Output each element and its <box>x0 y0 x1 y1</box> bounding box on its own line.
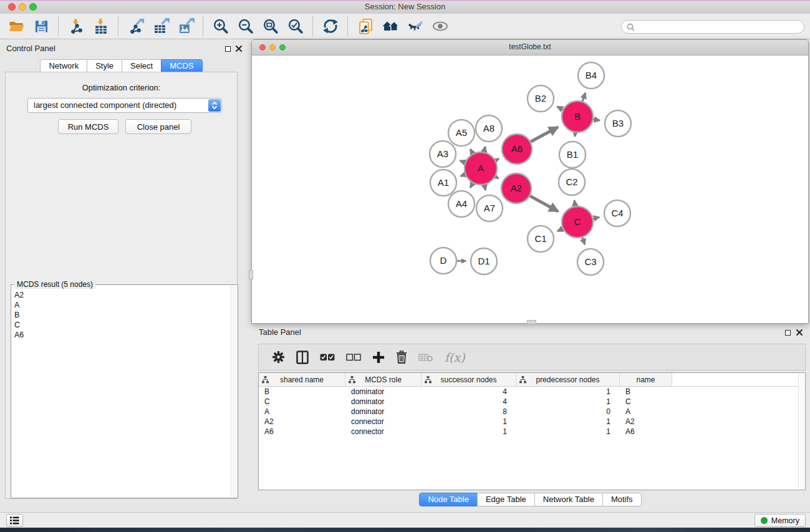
split-handle-left[interactable] <box>249 270 253 279</box>
graph-edge-B-B4[interactable] <box>582 93 585 101</box>
graph-edge-A-A5[interactable] <box>470 149 473 153</box>
home-icon[interactable] <box>381 17 400 36</box>
graph-edge-A-A1[interactable] <box>461 175 465 177</box>
search-icon <box>627 23 635 31</box>
task-history-button[interactable] <box>6 514 23 527</box>
table-row[interactable]: A6connector11A6 <box>259 427 805 437</box>
import-table-icon[interactable] <box>92 17 110 36</box>
graph-edge-A-A2[interactable] <box>496 177 499 178</box>
tab-edge-table[interactable]: Edge Table <box>477 493 535 506</box>
function-builder-icon[interactable]: f(x) <box>445 349 465 365</box>
list-item[interactable]: A <box>11 300 231 310</box>
graph-edge-A-A7[interactable] <box>485 185 486 190</box>
open-file-icon[interactable] <box>7 17 26 36</box>
table-panel-close-icon[interactable] <box>796 329 803 336</box>
tab-style[interactable]: Style <box>87 59 122 73</box>
graph-edge-B-B2[interactable] <box>557 107 562 110</box>
graph-node-label: A4 <box>456 198 467 209</box>
table-panel-title: Table Panel <box>259 327 301 337</box>
zoom-selected-icon[interactable] <box>286 17 305 36</box>
close-panel-button[interactable]: Close panel <box>125 119 191 134</box>
tab-mcds[interactable]: MCDS <box>161 59 202 73</box>
search-field[interactable] <box>621 20 804 34</box>
memory-button[interactable]: Memory <box>755 514 806 527</box>
tab-network[interactable]: Network <box>40 59 87 73</box>
import-network-icon[interactable] <box>67 17 85 36</box>
graph-edge-C-C1[interactable] <box>557 229 563 231</box>
table-cell: 1 <box>516 387 620 397</box>
list-item[interactable]: A2 <box>11 290 231 300</box>
graph-edge-A6-B[interactable] <box>531 127 558 142</box>
graph-node-label: A <box>478 163 484 173</box>
column-header-name[interactable]: name <box>620 373 672 386</box>
zoom-out-icon[interactable] <box>236 17 255 36</box>
column-header-label: successor nodes <box>440 375 496 384</box>
save-session-icon[interactable] <box>32 17 51 36</box>
export-image-icon[interactable] <box>176 17 195 36</box>
graph-edge-B-B1[interactable] <box>575 133 576 137</box>
show-columns-icon[interactable] <box>296 349 309 365</box>
list-item[interactable]: C <box>11 320 231 330</box>
control-panel-close-icon[interactable] <box>235 45 243 52</box>
window-title: Session: New Session <box>0 2 810 11</box>
column-header-predecessor-nodes[interactable]: predecessor nodes <box>516 373 620 386</box>
graph-edge-C-C2[interactable] <box>574 200 575 206</box>
split-handle-bottom[interactable] <box>527 320 536 324</box>
run-mcds-button[interactable]: Run MCDS <box>58 119 118 134</box>
tab-network-table[interactable]: Network Table <box>534 493 603 506</box>
table-row[interactable]: Cdominator41C <box>259 397 805 407</box>
table-cell: C <box>259 397 345 407</box>
table-scrollbar[interactable] <box>798 374 804 489</box>
add-column-icon[interactable] <box>372 349 385 365</box>
tab-motifs[interactable]: Motifs <box>602 493 642 506</box>
tab-select[interactable]: Select <box>122 59 162 73</box>
graph-edge-A-A4[interactable] <box>470 183 473 188</box>
column-header-label: shared name <box>280 375 324 384</box>
table-cell: A <box>620 407 672 417</box>
table-cell: 1 <box>516 417 620 427</box>
mcds-result-scrollbar[interactable] <box>231 286 238 497</box>
graph-edge-A-A3[interactable] <box>460 161 465 163</box>
graph-edge-A2-C[interactable] <box>530 196 558 211</box>
application-window: Session: New Session <box>0 0 810 532</box>
clone-network-icon[interactable] <box>356 17 375 36</box>
table-cell: 1 <box>422 427 516 437</box>
table-header-filler <box>672 373 805 386</box>
refresh-icon[interactable] <box>321 17 340 36</box>
column-header-successor-nodes[interactable]: successor nodes <box>422 373 516 386</box>
graph-edge-A-A6[interactable] <box>496 158 499 160</box>
show-graphics-icon[interactable] <box>431 17 450 36</box>
list-item[interactable]: A6 <box>11 330 231 340</box>
export-network-icon[interactable] <box>127 17 145 36</box>
column-header-label: predecessor nodes <box>536 375 599 384</box>
network-canvas[interactable]: B4B2BB3A5A8A6A3B1AA1C2A2A4A7C4CC1DD1C3 <box>252 56 808 323</box>
unselect-all-columns-icon[interactable] <box>346 349 361 365</box>
tab-node-table[interactable]: Node Table <box>419 493 478 506</box>
column-header-mcds-role[interactable]: MCDS role <box>345 373 422 386</box>
column-header-label: MCDS role <box>365 375 402 384</box>
zoom-in-icon[interactable] <box>211 17 230 36</box>
graph-edge-C-C4[interactable] <box>593 217 599 218</box>
select-all-columns-icon[interactable] <box>320 349 335 365</box>
graph-edge-C-C3[interactable] <box>582 238 585 244</box>
table-row[interactable]: A2connector11A2 <box>259 417 805 427</box>
column-type-icon <box>349 376 355 385</box>
hide-panels-icon[interactable] <box>406 17 425 36</box>
table-row[interactable]: Bdominator41B <box>259 387 805 397</box>
export-table-icon[interactable] <box>152 17 170 36</box>
table-panel-float-icon[interactable] <box>784 329 791 336</box>
criterion-dropdown[interactable]: largest connected component (directed) <box>27 98 222 113</box>
table-row[interactable]: Adominator80A <box>259 407 805 417</box>
settings-icon[interactable] <box>272 349 285 365</box>
graph-node-label: B <box>574 111 581 122</box>
graph-edge-B-B3[interactable] <box>594 119 600 120</box>
control-panel-float-icon[interactable] <box>224 45 231 52</box>
graph-edge-A-A8[interactable] <box>484 147 485 152</box>
table-cell: A <box>259 407 345 417</box>
column-header-shared-name[interactable]: shared name <box>259 373 345 386</box>
zoom-fit-icon[interactable] <box>261 17 280 36</box>
list-item[interactable]: B <box>11 310 231 320</box>
delete-table-icon[interactable] <box>418 349 433 365</box>
search-input[interactable] <box>638 21 804 33</box>
delete-column-icon[interactable] <box>396 349 407 365</box>
